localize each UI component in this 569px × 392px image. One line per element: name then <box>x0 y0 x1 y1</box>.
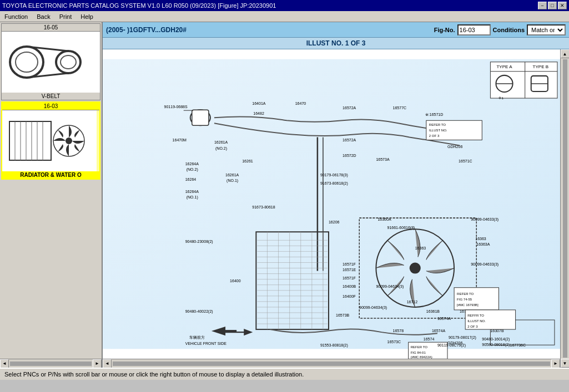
top-bar: (2005- )1GDFTV...GDH20# Fig-No. Conditio… <box>103 22 569 38</box>
svg-text:16361B: 16361B <box>426 309 440 313</box>
maximize-button[interactable]: □ <box>548 2 557 9</box>
diagram-area[interactable]: TYPE A TYPE B ※1 901 <box>103 49 560 359</box>
main-content: 16-05 V-BELT <box>0 22 569 368</box>
sidebar-bottom-scroll: ◄ ► <box>0 359 102 368</box>
scroll-right-button[interactable]: ► <box>551 359 560 368</box>
status-text: Select PNCs or P/Ns with scroll bar or m… <box>4 371 304 378</box>
svg-text:VEHICLE FRONT SIDE: VEHICLE FRONT SIDE <box>185 342 227 345</box>
scroll-left-button[interactable]: ◄ <box>103 359 112 368</box>
svg-text:16578: 16578 <box>393 329 404 333</box>
svg-text:90480-40022(2): 90480-40022(2) <box>185 309 213 314</box>
svg-text:90099-04633(3): 90099-04633(3) <box>471 217 498 222</box>
vertical-scrollbar: ▲ ▼ <box>560 49 569 368</box>
diagram-inner: TYPE A TYPE B ※1 901 <box>103 49 560 368</box>
svg-text:16571E: 16571E <box>343 268 356 272</box>
svg-text:ILLUST NO.: ILLUST NO. <box>429 129 447 132</box>
svg-text:16360A: 16360A <box>377 217 391 221</box>
svg-text:16264: 16264 <box>185 177 197 181</box>
svg-text:(NO.1): (NO.1) <box>187 195 198 200</box>
svg-text:16574A: 16574A <box>437 317 451 320</box>
svg-text:[#MC 16793B]: [#MC 16793B] <box>457 303 479 307</box>
right-content: (2005- )1GDFTV...GDH20# Fig-No. Conditio… <box>103 22 569 368</box>
svg-text:16264A: 16264A <box>185 190 199 194</box>
svg-text:16363A: 16363A <box>476 242 490 246</box>
svg-text:90480-23008(2): 90480-23008(2) <box>185 240 213 244</box>
svg-text:16400B: 16400B <box>343 284 356 288</box>
conditions-label: Conditions <box>493 27 525 33</box>
horizontal-scrollbar: ◄ ► <box>103 359 560 368</box>
menu-print[interactable]: Print <box>57 13 74 21</box>
minimize-button[interactable]: − <box>538 2 547 9</box>
sidebar: 16-05 V-BELT <box>0 22 103 368</box>
svg-text:REFER TO: REFER TO <box>457 292 474 296</box>
svg-text:16363: 16363 <box>415 246 426 250</box>
svg-text:16470M: 16470M <box>173 138 187 142</box>
svg-text:GDH206: GDH206 <box>447 145 462 149</box>
part-card-radiator-label: RADIATOR & WATER O <box>2 171 99 179</box>
radiator-diagram <box>5 113 94 169</box>
svg-text:FIG 84-01: FIG 84-01 <box>411 351 426 354</box>
svg-text:16261A: 16261A <box>214 140 228 144</box>
svg-point-16 <box>66 138 72 144</box>
part-card-vbelt[interactable]: 16-05 V-BELT <box>1 23 100 100</box>
part-card-vbelt-id: 16-05 <box>2 24 100 32</box>
fig-controls: Fig-No. Conditions Match on <box>434 24 566 35</box>
subtitle-text: (2005- )1GDFTV...GDH20# <box>106 26 434 34</box>
h-scroll-track[interactable] <box>113 362 550 366</box>
svg-text:FIG 74-55: FIG 74-55 <box>457 298 472 301</box>
svg-text:16573A: 16573A <box>376 157 390 161</box>
part-card-vbelt-label: V-BELT <box>2 93 100 100</box>
svg-text:16577C: 16577C <box>393 106 407 110</box>
svg-text:16261A: 16261A <box>225 173 239 177</box>
svg-text:16264A: 16264A <box>185 162 199 166</box>
status-bar: Select PNCs or P/Ns with scroll bar or m… <box>0 368 569 380</box>
svg-text:91673-80618(2): 91673-80618(2) <box>320 181 348 186</box>
svg-text:91661-60616(8): 91661-60616(8) <box>387 226 415 230</box>
conditions-dropdown[interactable]: Match on <box>527 24 566 35</box>
svg-text:(NO.1): (NO.1) <box>226 179 238 183</box>
svg-text:TYPE B: TYPE B <box>533 64 549 69</box>
svg-text:REFFR TO: REFFR TO <box>467 314 484 317</box>
vbelt-diagram <box>4 34 93 90</box>
svg-text:16400F: 16400F <box>343 294 356 298</box>
svg-text:90099-04634(3): 90099-04634(3) <box>359 306 387 310</box>
sidebar-scroll-left[interactable]: ◄ <box>0 359 9 368</box>
svg-text:16206: 16206 <box>329 220 340 224</box>
svg-text:16574: 16574 <box>424 337 435 341</box>
svg-text:16572D: 16572D <box>343 154 356 157</box>
svg-text:90580-08018(2): 90580-08018(2) <box>482 343 510 347</box>
svg-text:(#MC 89422A): (#MC 89422A) <box>411 355 432 359</box>
figno-input[interactable] <box>457 24 491 35</box>
svg-text:16573B: 16573B <box>336 313 350 317</box>
menu-help[interactable]: Help <box>78 13 95 21</box>
svg-text:16363: 16363 <box>475 237 486 241</box>
sidebar-scroll-right[interactable]: ► <box>93 359 102 368</box>
svg-point-89 <box>410 263 421 274</box>
svg-text:(NO.2): (NO.2) <box>187 167 198 172</box>
svg-text:REFER TO: REFER TO <box>429 123 446 126</box>
svg-text:16571F: 16571F <box>343 276 356 280</box>
sidebar-scroll-track[interactable] <box>10 362 92 366</box>
svg-text:16571F: 16571F <box>343 262 356 266</box>
svg-text:167736C: 167736C <box>510 343 526 347</box>
sidebar-scroll[interactable]: 16-05 V-BELT <box>0 22 102 359</box>
svg-text:90119-08C79(2): 90119-08C79(2) <box>437 343 466 348</box>
svg-text:16401A: 16401A <box>252 101 266 105</box>
svg-text:※:16571D: ※:16571D <box>425 113 444 116</box>
title-bar: TOYOTA ELECTRONIC PARTS CATALOG SYSTEM V… <box>0 0 569 11</box>
svg-text:90099-04634(3): 90099-04634(3) <box>376 284 404 289</box>
scroll-up-button[interactable]: ▲ <box>561 49 570 58</box>
svg-text:(NO.2): (NO.2) <box>215 146 227 151</box>
menu-function[interactable]: Function <box>2 13 30 21</box>
menu-back[interactable]: Back <box>34 13 52 21</box>
svg-text:REFER TO: REFER TO <box>411 345 428 349</box>
svg-text:车辆前方: 车辆前方 <box>189 335 205 339</box>
svg-text:2 OF 3: 2 OF 3 <box>429 134 440 138</box>
part-card-radiator[interactable]: 16-03 <box>1 101 100 180</box>
v-scroll-track[interactable] <box>563 59 567 358</box>
window-controls: − □ ✕ <box>538 2 567 9</box>
svg-rect-30 <box>192 110 209 125</box>
scroll-down-button[interactable]: ▼ <box>561 359 570 368</box>
close-button[interactable]: ✕ <box>558 2 567 9</box>
svg-text:16571C: 16571C <box>459 159 472 163</box>
